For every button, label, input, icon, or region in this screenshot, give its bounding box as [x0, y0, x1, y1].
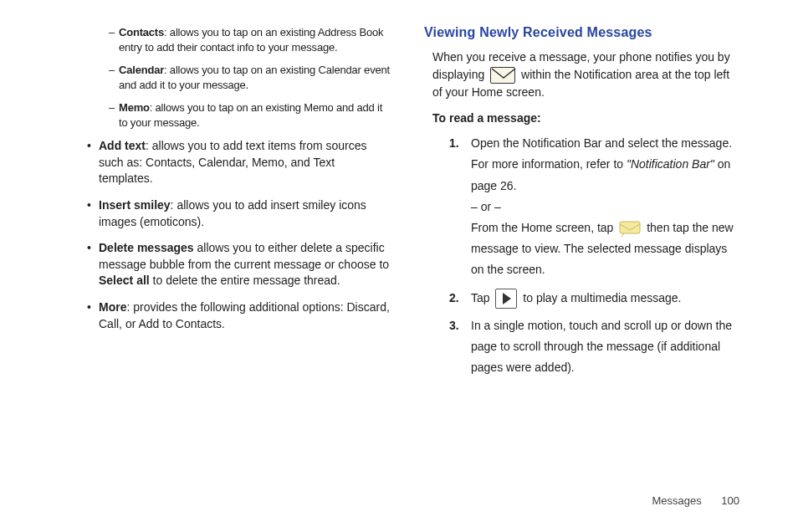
step-1-or: – or – [471, 200, 501, 213]
step-3: 3. In a single motion, touch and scroll … [449, 315, 739, 379]
sub-item-memo: Memo: allows you to tap on an existing M… [109, 100, 391, 130]
svg-rect-0 [620, 222, 640, 233]
message-icon [619, 220, 641, 237]
section-heading: Viewing Newly Received Messages [424, 25, 739, 40]
bullet-add-text: Add text: allows you to add text items f… [87, 138, 391, 187]
bullet-text-after: to delete the entire message thread. [150, 274, 340, 287]
step-number: 3. [449, 315, 459, 336]
bullet-delete-messages: Delete messages allows you to either del… [87, 240, 391, 289]
page-footer: Messages 100 [652, 494, 739, 507]
step-2: 2. Tap to play a multimedia message. [449, 288, 739, 309]
bullet-label: Delete messages [99, 241, 194, 254]
bullet-insert-smiley: Insert smiley: allows you to add insert … [87, 197, 391, 230]
right-column: Viewing Newly Received Messages When you… [424, 25, 739, 385]
step-1-text-c: From the Home screen, tap [471, 221, 616, 234]
bullet-text: : provides the following additional opti… [99, 300, 390, 330]
bullet-label: Add text [99, 139, 146, 152]
bullet-inline-bold: Select all [99, 274, 150, 287]
footer-page-number: 100 [721, 494, 739, 507]
left-column: Contacts: allows you to tap on an existi… [75, 25, 391, 385]
sub-item-calendar: Calendar: allows you to tap on an existi… [109, 63, 391, 92]
step-number: 2. [449, 288, 459, 309]
play-icon [495, 289, 517, 309]
step-1-ref: "Notification Bar" [627, 157, 714, 171]
sub-item-label: Calendar [119, 64, 164, 76]
sub-item-contacts: Contacts: allows you to tap on an existi… [109, 25, 391, 54]
sub-item-text: : allows you to tap on an existing Memo … [119, 101, 382, 129]
step-3-text: In a single motion, touch and scroll up … [471, 319, 732, 374]
bullet-more: More: provides the following additional … [87, 299, 391, 332]
sub-item-label: Contacts [119, 26, 164, 38]
step-1: 1. Open the Notification Bar and select … [449, 133, 739, 280]
intro-paragraph: When you receive a message, your phone n… [432, 49, 739, 101]
sub-item-label: Memo [119, 101, 150, 114]
step-2-text-a: Tap [471, 291, 493, 304]
step-2-text-b: to play a multimedia message. [523, 291, 681, 304]
footer-section: Messages [652, 494, 701, 507]
bullet-label: Insert smiley [99, 198, 171, 212]
bullet-label: More [99, 300, 126, 314]
read-message-label: To read a message: [432, 111, 739, 125]
two-column-layout: Contacts: allows you to tap on an existi… [75, 25, 739, 385]
step-number: 1. [449, 133, 459, 154]
envelope-icon [490, 67, 515, 84]
